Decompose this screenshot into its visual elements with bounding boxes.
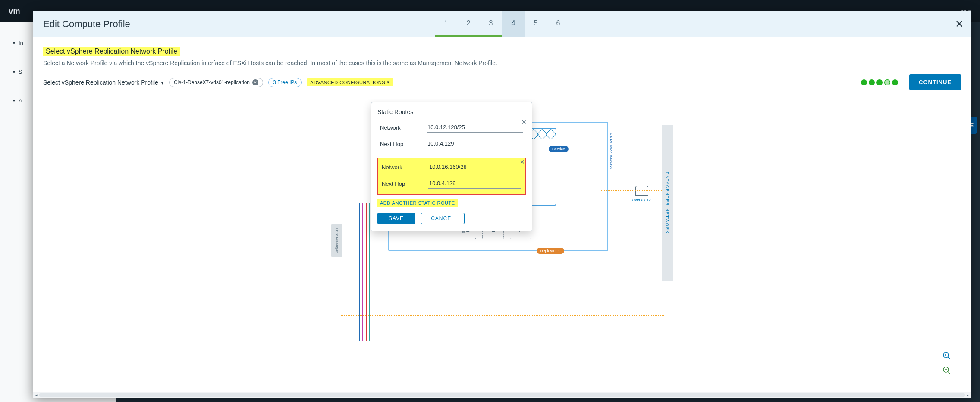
sidebar-item-label: In [19, 40, 23, 46]
wizard-step-3[interactable]: 3 [480, 11, 502, 37]
modal-body: Select vSphere Replication Network Profi… [33, 37, 971, 392]
chevron-down-icon: ▾ [13, 41, 15, 45]
modal-title: Edit Compute Profile [33, 19, 130, 30]
remove-chip-icon[interactable]: ✕ [252, 79, 258, 85]
profile-chip: Cls-1-DenseX7-vds01-replication ✕ [169, 78, 263, 87]
zoom-controls [942, 351, 952, 375]
network-diagram-area: Static Routes ✕ Network Next Hop ✕ Netwo… [43, 99, 961, 387]
continue-button[interactable]: CONTINUE [909, 74, 961, 90]
popover-actions: SAVE CANCEL [377, 213, 526, 224]
wizard-step-6[interactable]: 6 [547, 11, 569, 37]
section-heading: Select vSphere Replication Network Profi… [43, 47, 180, 56]
edit-compute-profile-modal: Edit Compute Profile 1 2 3 4 5 6 ✕ Selec… [33, 11, 971, 398]
network-label: Network [382, 164, 421, 171]
deployment-tag: Deployment [537, 248, 564, 254]
hcx-manager-label: HCX Manager [335, 228, 339, 253]
cancel-button[interactable]: CANCEL [421, 213, 465, 224]
hcx-manager-block: HCX Manager [331, 224, 342, 257]
wizard-step-5[interactable]: 5 [525, 11, 547, 37]
profile-dropdown[interactable]: Select vSphere Replication Network Profi… [43, 79, 164, 86]
nexthop-input[interactable] [427, 139, 523, 149]
status-dot-ok [869, 79, 875, 85]
remove-route-icon[interactable]: ✕ [520, 158, 525, 165]
scrollbar-track[interactable] [39, 393, 965, 397]
save-button[interactable]: SAVE [377, 213, 415, 224]
svg-line-1 [948, 357, 950, 359]
net-line-replication [366, 203, 367, 341]
overlay-link-line [601, 190, 662, 191]
freeips-chip: 3 Free IPs [268, 78, 302, 87]
profile-config-row: Select vSphere Replication Network Profi… [43, 74, 961, 90]
section-description: Select a Network Profile via which the v… [43, 60, 961, 66]
app-logo: vm [9, 7, 20, 16]
chevron-down-icon: ▾ [387, 79, 390, 85]
network-label: Network [380, 124, 419, 131]
status-dot-ok [892, 79, 898, 85]
validation-status-dots [861, 79, 898, 85]
add-static-route-button[interactable]: ADD ANOTHER STATIC ROUTE [377, 199, 458, 207]
network-input[interactable] [428, 162, 521, 172]
popover-title: Static Routes [377, 108, 526, 115]
wizard-step-1[interactable]: 1 [435, 11, 457, 37]
chevron-down-icon: ▾ [13, 70, 15, 74]
chevron-down-icon: ▾ [13, 98, 15, 103]
wizard-steps: 1 2 3 4 5 6 [435, 11, 569, 37]
route-entry-2: ✕ Network Next Hop [377, 158, 526, 195]
sidebar-item-label: S [19, 69, 22, 75]
base-link-line [341, 315, 664, 316]
route-entry-1: ✕ Network Next Hop [377, 120, 526, 153]
net-line-management [359, 203, 360, 341]
status-dot-ok [861, 79, 867, 85]
overlay-label: Overlay-TZ [632, 198, 651, 202]
close-icon[interactable]: ✕ [955, 18, 964, 30]
net-line-uplink [369, 203, 370, 341]
net-line-vmotion [362, 203, 363, 341]
scroll-right-arrow[interactable]: ▸ [967, 393, 969, 397]
svg-line-5 [948, 372, 950, 374]
status-dot-pending [884, 79, 890, 85]
service-tag: Service [549, 146, 569, 152]
static-routes-popover: Static Routes ✕ Network Next Hop ✕ Netwo… [371, 102, 532, 231]
zoom-out-button[interactable] [942, 366, 952, 375]
advanced-configurations-label: ADVANCED CONFIGURATIONS [310, 80, 385, 85]
zoom-out-icon [942, 366, 951, 375]
zoom-in-icon [942, 351, 951, 360]
profile-dropdown-label: Select vSphere Replication Network Profi… [43, 79, 158, 86]
router-icon [635, 186, 648, 196]
chevron-down-icon: ▾ [161, 79, 164, 86]
service-type-icon [545, 129, 556, 139]
nexthop-label: Next Hop [382, 180, 421, 187]
profile-chip-label: Cls-1-DenseX7-vds01-replication [174, 79, 250, 85]
datacenter-network-label: DATACENTER NETWORK [665, 172, 669, 234]
status-dot-ok [876, 79, 883, 85]
cluster-label: Cls-DenseX7-vds01svc [609, 133, 613, 169]
wizard-step-2[interactable]: 2 [457, 11, 480, 37]
remove-route-icon[interactable]: ✕ [521, 119, 527, 126]
nexthop-input[interactable] [428, 178, 521, 189]
datacenter-network-block: DATACENTER NETWORK [662, 125, 673, 281]
zoom-in-button[interactable] [942, 351, 952, 361]
nexthop-label: Next Hop [380, 141, 419, 147]
wizard-step-4[interactable]: 4 [502, 11, 525, 37]
overlay-tz-block: Overlay-TZ [632, 186, 651, 202]
sidebar-item-label: A [19, 98, 22, 104]
network-input[interactable] [427, 122, 523, 133]
advanced-configurations-toggle[interactable]: ADVANCED CONFIGURATIONS ▾ [307, 78, 393, 86]
horizontal-scrollbar[interactable]: ◂ ▸ [33, 392, 971, 398]
modal-header: Edit Compute Profile 1 2 3 4 5 6 ✕ [33, 11, 971, 37]
scroll-left-arrow[interactable]: ◂ [35, 393, 38, 397]
